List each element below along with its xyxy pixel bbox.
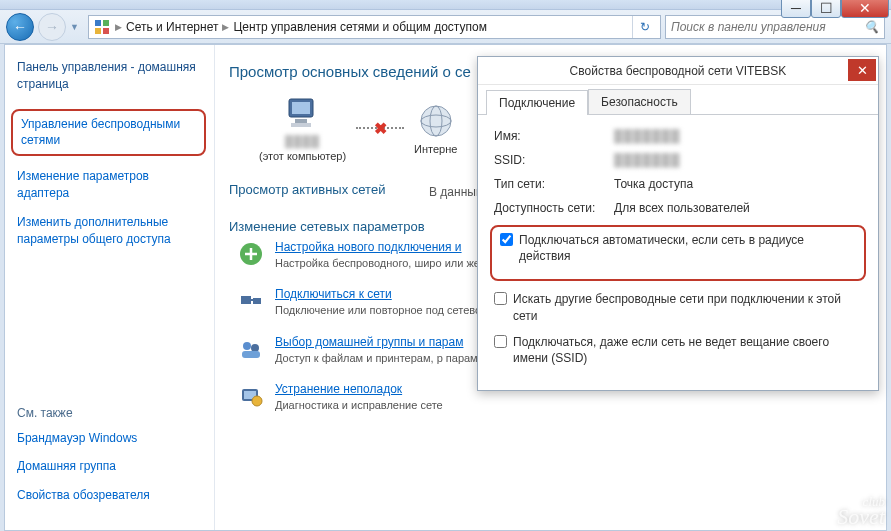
prop-avail-label: Доступность сети: — [494, 201, 614, 215]
svg-rect-5 — [292, 102, 310, 114]
globe-icon — [415, 102, 457, 140]
seealso-firewall[interactable]: Брандмауэр Windows — [17, 430, 202, 447]
prop-ssid-label: SSID: — [494, 153, 614, 167]
titlebar: ─ ☐ ✕ — [0, 0, 891, 10]
dialog-title-bar[interactable]: Свойства беспроводной сети VITEBSK ✕ — [478, 57, 878, 85]
connection-line: ✖ — [356, 127, 404, 129]
nav-forward-button: → — [38, 13, 66, 41]
dialog-title: Свойства беспроводной сети VITEBSK — [570, 64, 787, 78]
arrow-left-icon: ← — [13, 19, 27, 35]
checkbox-label: Подключаться, даже если сеть не ведет ве… — [513, 334, 862, 366]
prop-avail-value: Для всех пользователей — [614, 201, 750, 215]
search-input[interactable] — [671, 20, 859, 34]
breadcrumb[interactable]: ▶ Сеть и Интернет ▶ Центр управления сет… — [115, 20, 487, 34]
svg-rect-0 — [95, 20, 101, 26]
computer-icon — [282, 94, 324, 132]
refresh-button[interactable]: ↻ — [632, 16, 656, 38]
tab-security[interactable]: Безопасность — [588, 89, 691, 114]
sidebar-link-wireless[interactable]: Управление беспроводными сетями — [11, 109, 206, 157]
this-computer-label: (этот компьютер) — [259, 150, 346, 162]
chevron-right-icon: ▶ — [115, 22, 122, 32]
sidebar: Панель управления - домашняя страница Уп… — [5, 45, 215, 530]
prop-type-value: Точка доступа — [614, 177, 693, 191]
checkbox-group: Подключаться автоматически, если сеть в … — [494, 225, 862, 366]
svg-rect-1 — [103, 20, 109, 26]
arrow-right-icon: → — [45, 19, 59, 35]
svg-rect-2 — [95, 28, 101, 34]
svg-point-15 — [251, 344, 259, 352]
dialog-tabs: Подключение Безопасность — [478, 85, 878, 115]
checkbox-input[interactable] — [500, 233, 513, 246]
prop-ssid-value: ███████ — [614, 153, 681, 167]
window-controls: ─ ☐ ✕ — [781, 0, 889, 18]
breadcrumb-part[interactable]: Центр управления сетями и общим доступом — [233, 20, 487, 34]
prop-name-label: Имя: — [494, 129, 614, 143]
checkbox-auto-connect[interactable]: Подключаться автоматически, если сеть в … — [500, 232, 856, 264]
new-connection-icon — [237, 240, 265, 268]
maximize-button[interactable]: ☐ — [811, 0, 841, 18]
checkbox-input[interactable] — [494, 335, 507, 348]
tab-connection[interactable]: Подключение — [486, 90, 588, 115]
svg-point-14 — [243, 342, 251, 350]
svg-point-19 — [252, 396, 262, 406]
network-center-icon — [93, 18, 111, 36]
homegroup-icon — [237, 335, 265, 363]
disconnected-icon: ✖ — [374, 119, 387, 138]
sidebar-link-adapter[interactable]: Изменение параметров адаптера — [17, 168, 202, 202]
sidebar-link-sharing[interactable]: Изменить дополнительные параметры общего… — [17, 214, 202, 248]
checkbox-label: Подключаться автоматически, если сеть в … — [519, 232, 856, 264]
checkbox-hidden-ssid[interactable]: Подключаться, даже если сеть не ведет ве… — [494, 334, 862, 366]
dialog-body: Имя: ███████ SSID: ███████ Тип сети: Точ… — [478, 115, 878, 390]
wireless-properties-dialog: Свойства беспроводной сети VITEBSK ✕ Под… — [477, 56, 879, 391]
task-title[interactable]: Устранение неполадок — [275, 382, 443, 396]
nav-history-dropdown[interactable]: ▼ — [70, 22, 84, 32]
close-icon: ✕ — [857, 63, 868, 78]
nav-back-button[interactable]: ← — [6, 13, 34, 41]
highlighted-option: Подключаться автоматически, если сеть в … — [490, 225, 866, 281]
svg-rect-3 — [103, 28, 109, 34]
seealso-homegroup[interactable]: Домашняя группа — [17, 458, 202, 475]
dialog-close-button[interactable]: ✕ — [848, 59, 876, 81]
see-also-heading: См. также — [17, 406, 202, 420]
seealso-browser[interactable]: Свойства обозревателя — [17, 487, 202, 504]
navigation-bar: ← → ▼ ▶ Сеть и Интернет ▶ Центр управлен… — [0, 10, 891, 44]
svg-rect-16 — [242, 351, 260, 358]
search-icon: 🔍 — [864, 20, 879, 34]
control-panel-home-link[interactable]: Панель управления - домашняя страница — [17, 59, 202, 93]
connect-network-icon — [237, 287, 265, 315]
prop-name-value: ███████ — [614, 129, 681, 143]
breadcrumb-part[interactable]: Сеть и Интернет — [126, 20, 218, 34]
internet-label: Интерне — [414, 143, 457, 155]
prop-type-label: Тип сети: — [494, 177, 614, 191]
svg-rect-12 — [241, 296, 251, 304]
search-box[interactable]: 🔍 — [665, 15, 885, 39]
checkbox-search-other[interactable]: Искать другие беспроводные сети при подк… — [494, 291, 862, 323]
close-button[interactable]: ✕ — [841, 0, 889, 18]
chevron-right-icon: ▶ — [222, 22, 229, 32]
svg-rect-7 — [291, 123, 311, 127]
task-desc: Диагностика и исправление сете — [275, 398, 443, 413]
internet-node[interactable]: Интерне — [414, 102, 457, 155]
this-computer-node[interactable]: ████ (этот компьютер) — [259, 94, 346, 162]
checkbox-label: Искать другие беспроводные сети при подк… — [513, 291, 862, 323]
checkbox-input[interactable] — [494, 292, 507, 305]
svg-rect-13 — [253, 298, 261, 304]
troubleshoot-icon — [237, 382, 265, 410]
minimize-button[interactable]: ─ — [781, 0, 811, 18]
svg-point-8 — [421, 106, 451, 136]
address-bar[interactable]: ▶ Сеть и Интернет ▶ Центр управления сет… — [88, 15, 661, 39]
computer-name: ████ — [259, 135, 346, 147]
svg-rect-6 — [295, 119, 307, 123]
refresh-icon: ↻ — [640, 20, 650, 34]
